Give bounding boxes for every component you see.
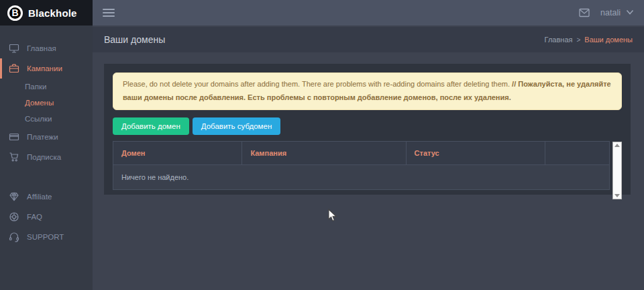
add-subdomain-button[interactable]: Добавить субдомен <box>193 117 280 135</box>
breadcrumb: Главная > Ваши домены <box>545 36 633 44</box>
briefcase-icon <box>9 63 19 74</box>
column-header-1[interactable]: Домен <box>113 141 242 164</box>
sidebar-item-label: Главная <box>27 44 56 52</box>
topbar: natali <box>93 0 644 26</box>
chevron-down-icon <box>626 8 634 17</box>
sidebar-item-label: SUPPORT <box>27 233 64 241</box>
messages-icon[interactable] <box>579 8 590 17</box>
headset-icon <box>9 232 19 242</box>
sidebar-item-label: Платежи <box>27 133 58 141</box>
sidebar-item-support[interactable]: SUPPORT <box>0 227 93 247</box>
credit-card-icon <box>9 132 19 142</box>
sidebar-item-faq[interactable]: FAQ <box>0 207 93 227</box>
sidebar-item-papki[interactable]: Папки <box>0 79 93 95</box>
sidebar-item-kampanii[interactable]: Кампании <box>0 58 93 79</box>
domains-table: ДоменКампанияСтатус Ничего не найдено. <box>113 141 610 190</box>
table-row: Ничего не найдено. <box>113 164 610 189</box>
menu-toggle-icon[interactable] <box>103 7 115 19</box>
breadcrumb-home[interactable]: Главная <box>545 36 573 44</box>
domains-table-zone: ДоменКампанияСтатус Ничего не найдено. <box>113 141 622 200</box>
table-header-row: ДоменКампанияСтатус <box>113 141 610 164</box>
sidebar-item-domeny[interactable]: Домены <box>0 95 93 111</box>
brand-logo[interactable]: B Blackhole <box>0 0 93 26</box>
user-menu[interactable]: natali <box>600 8 634 17</box>
sidebar-item-label: Подписка <box>27 153 61 161</box>
sidebar-item-ssylki[interactable]: Ссылки <box>0 111 93 127</box>
alert-text-en: Please, do not delete your domains after… <box>123 80 512 88</box>
brand-name: Blackhole <box>28 7 77 19</box>
page-title: Ваши домены <box>104 34 165 45</box>
username: natali <box>600 8 621 17</box>
monitor-icon <box>9 43 19 54</box>
sidebar-item-label: Кампании <box>27 64 62 72</box>
gem-icon <box>9 191 19 202</box>
cart-icon <box>9 152 19 162</box>
sidebar-item-platezhi[interactable]: Платежи <box>0 127 93 147</box>
empty-message: Ничего не найдено. <box>113 164 610 189</box>
sidebar-nav: ГлавнаяКампанииПапкиДоменыСсылкиПлатежиП… <box>0 26 93 247</box>
sidebar-item-podpiska[interactable]: Подписка <box>0 147 93 167</box>
scroll-down-icon[interactable] <box>614 194 620 197</box>
breadcrumb-separator: > <box>576 36 580 44</box>
lifebuoy-icon <box>9 211 19 222</box>
column-header-empty <box>545 141 609 164</box>
sidebar-item-label: FAQ <box>27 213 42 221</box>
scroll-up-icon[interactable] <box>614 144 620 147</box>
sidebar-item-label: Affiliate <box>27 193 52 201</box>
column-header-2[interactable]: Кампания <box>242 141 406 164</box>
breadcrumb-current: Ваши домены <box>584 36 633 44</box>
column-header-3[interactable]: Статус <box>406 141 545 164</box>
table-scrollbar[interactable] <box>612 142 622 199</box>
brand-logo-icon: B <box>7 5 23 21</box>
domains-panel: Please, do not delete your domains after… <box>104 64 631 195</box>
sidebar: B Blackhole ГлавнаяКампанииПапкиДоменыСс… <box>0 0 93 290</box>
warning-alert: Please, do not delete your domains after… <box>113 72 622 110</box>
sidebar-item-label: Домены <box>25 99 54 107</box>
sidebar-item-label: Папки <box>25 83 46 91</box>
sidebar-item-affiliate[interactable]: Affiliate <box>0 187 93 207</box>
page-header: Ваши домены Главная > Ваши домены <box>93 27 644 52</box>
add-domain-button[interactable]: Добавить домен <box>113 117 189 135</box>
main-area: natali Ваши домены Главная > Ваши домены… <box>93 0 644 290</box>
sidebar-item-glavnaya[interactable]: Главная <box>0 38 93 58</box>
sidebar-item-label: Ссылки <box>25 115 52 123</box>
